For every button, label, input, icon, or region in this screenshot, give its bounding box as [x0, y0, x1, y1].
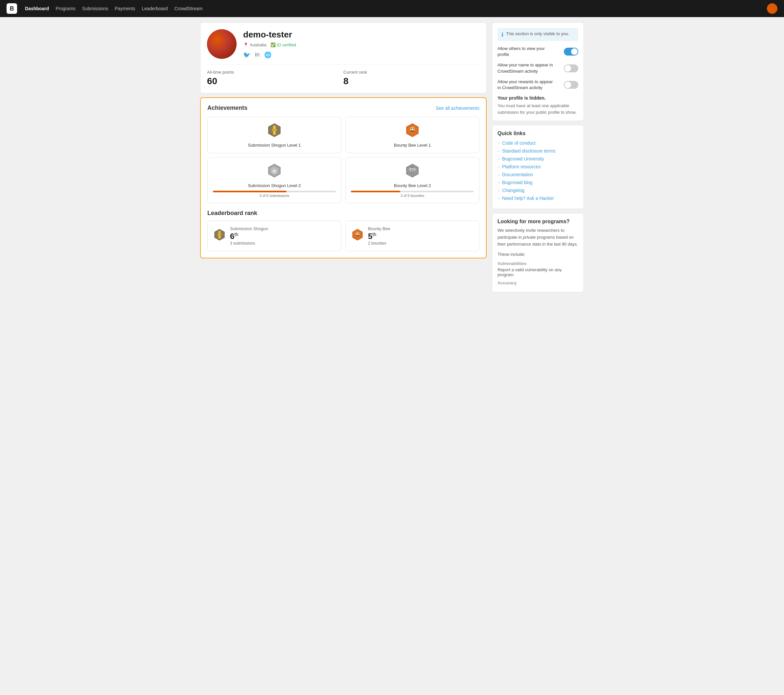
profile-card: demo-tester 📍 Australia ✅ ID verified 🐦 — [200, 22, 487, 93]
bee-l2-progress: 2 of 5 bounties — [351, 191, 474, 198]
programs-description: We selectively invite researchers to par… — [497, 227, 578, 248]
bee-l1-label: Bounty Bee Level 1 — [394, 143, 431, 148]
achievements-card: Achievements See all achievements Submis… — [200, 97, 487, 258]
nav-programs[interactable]: Programs — [56, 6, 76, 11]
toggle-crowdstream-rewards: Allow your rewards to appear in CrowdStr… — [497, 79, 578, 91]
stat-current-rank: Current rank 8 — [343, 70, 480, 86]
leaderboard-section: Leaderboard rank Submission Shogun — [208, 210, 479, 251]
nav-submissions[interactable]: Submissions — [82, 6, 108, 11]
shogun-l2-progress: 3 of 5 submissions — [213, 191, 336, 198]
shogun-l1-label: Submission Shogun Level 1 — [248, 143, 301, 148]
svg-point-6 — [411, 128, 412, 129]
svg-point-30 — [356, 233, 357, 234]
shogun-l1-icon — [267, 122, 282, 140]
quick-links-card: Quick links Code of conduct Standard dis… — [492, 125, 584, 209]
lb-shogun-icon — [213, 228, 226, 244]
lb-bee-rank: 5th — [368, 232, 390, 241]
programs-title: Looking for more programs? — [497, 219, 578, 225]
info-banner: ℹ This section is only visible to you. — [497, 28, 578, 41]
twitter-icon[interactable]: 🐦 — [243, 51, 250, 58]
quick-link-bugcrowd-university: Bugcrowd University — [497, 156, 578, 162]
navbar-links: Dashboard Programs Submissions Payments … — [25, 6, 203, 11]
hidden-notice: Your profile is hidden. — [497, 95, 578, 101]
toggle-view-profile-switch[interactable] — [564, 48, 578, 56]
achievement-bounty-bee-l2: Bounty Bee Level 2 2 of 5 bounties — [345, 157, 479, 203]
quick-link-documentation: Documentation — [497, 172, 578, 177]
quick-link-changelog: Changelog — [497, 188, 578, 193]
svg-point-5 — [410, 127, 414, 130]
toggle-knob-2 — [565, 65, 571, 72]
globe-icon[interactable]: 🌐 — [264, 51, 272, 58]
lb-bee-info: Bounty Bee 5th 2 bounties — [368, 226, 390, 246]
achievements-title: Achievements — [208, 104, 247, 111]
navbar: B Dashboard Programs Submissions Payment… — [0, 0, 784, 17]
programs-include: These include: — [497, 251, 578, 258]
leaderboard-grid: Submission Shogun 6th 3 submissions — [208, 221, 479, 251]
svg-point-21 — [413, 170, 414, 171]
lb-submission-shogun: Submission Shogun 6th 3 submissions — [208, 221, 341, 251]
quick-link-bugcrowd-blog: Bugcrowd blog — [497, 180, 578, 185]
programs-card: Looking for more programs? We selectivel… — [492, 213, 584, 292]
see-all-achievements[interactable]: See all achievements — [436, 106, 479, 111]
leaderboard-title: Leaderboard rank — [208, 210, 479, 217]
toggle-allow-view-profile: Allow others to view your profile — [497, 46, 578, 58]
profile-verified: ✅ ID verified — [270, 43, 296, 47]
verified-icon: ✅ — [270, 43, 276, 47]
programs-accuracy-title: Accuracy — [497, 281, 578, 286]
lb-shogun-rank: 6th — [230, 232, 268, 241]
svg-point-29 — [356, 233, 359, 235]
profile-meta: 📍 Australia ✅ ID verified — [243, 43, 480, 47]
lb-bee-icon — [351, 228, 364, 244]
svg-point-20 — [411, 170, 412, 171]
quick-link-platform-resources: Platform resources — [497, 164, 578, 169]
programs-vuln-desc: Report a valid vulnerability on any prog… — [497, 267, 578, 277]
nav-dashboard[interactable]: Dashboard — [25, 6, 49, 11]
profile-social: 🐦 in 🌐 — [243, 51, 480, 58]
hidden-sub: You must have at least one applicable su… — [497, 102, 578, 116]
sidebar-column: ℹ This section is only visible to you. A… — [492, 22, 584, 292]
shogun-l2-label: Submission Shogun Level 2 — [248, 183, 301, 188]
profile-stats: All-time points 60 Current rank 8 — [207, 64, 480, 86]
profile-top: demo-tester 📍 Australia ✅ ID verified 🐦 — [207, 29, 480, 64]
achievement-submission-shogun-l1: Submission Shogun Level 1 — [208, 117, 341, 153]
svg-rect-2 — [272, 129, 277, 131]
toggle-crowdstream-name-switch[interactable] — [564, 64, 578, 72]
page-layout: demo-tester 📍 Australia ✅ ID verified 🐦 — [195, 17, 589, 297]
visibility-card: ℹ This section is only visible to you. A… — [492, 22, 584, 121]
nav-crowdstream[interactable]: CrowdStream — [175, 6, 203, 11]
svg-rect-26 — [217, 233, 221, 235]
bee-l2-progress-text: 2 of 5 bounties — [351, 194, 474, 198]
achievement-bounty-bee-l1: Bounty Bee Level 1 — [345, 117, 479, 153]
linkedin-icon[interactable]: in — [255, 51, 260, 58]
toggle-crowdstream-rewards-switch[interactable] — [564, 81, 578, 89]
achievement-submission-shogun-l2: Submission Shogun Level 2 3 of 5 submiss… — [208, 157, 341, 203]
main-column: demo-tester 📍 Australia ✅ ID verified 🐦 — [200, 22, 487, 292]
quick-link-ask-hacker: Need help? Ask a Hacker — [497, 196, 578, 201]
shogun-l2-progress-text: 3 of 5 submissions — [213, 194, 336, 198]
toggle-knob-3 — [565, 81, 571, 88]
quick-link-disclosure-terms: Standard disclosure terms — [497, 148, 578, 154]
profile-location: 📍 Australia — [243, 43, 267, 47]
toggle-crowdstream-name: Allow your name to appear in CrowdStream… — [497, 62, 578, 74]
toggle-knob — [571, 48, 578, 55]
bee-l2-label: Bounty Bee Level 2 — [394, 183, 431, 188]
achievements-grid: Submission Shogun Level 1 — [208, 117, 479, 203]
navbar-logo[interactable]: B — [7, 3, 17, 14]
achievements-header: Achievements See all achievements — [208, 104, 479, 111]
quick-links-title: Quick links — [497, 130, 578, 137]
avatar-image — [207, 29, 237, 59]
nav-leaderboard[interactable]: Leaderboard — [142, 6, 168, 11]
profile-username: demo-tester — [243, 30, 480, 40]
location-icon: 📍 — [243, 43, 249, 47]
shogun-l2-icon — [267, 163, 282, 180]
profile-avatar — [207, 29, 237, 59]
navbar-avatar[interactable] — [767, 3, 777, 14]
profile-info: demo-tester 📍 Australia ✅ ID verified 🐦 — [243, 30, 480, 58]
svg-point-7 — [413, 128, 414, 129]
bee-l2-icon — [405, 163, 420, 180]
svg-point-31 — [358, 233, 359, 234]
lb-shogun-info: Submission Shogun 6th 3 submissions — [230, 226, 268, 246]
lb-bounty-bee: Bounty Bee 5th 2 bounties — [345, 221, 479, 251]
nav-payments[interactable]: Payments — [115, 6, 135, 11]
quick-links-list: Code of conduct Standard disclosure term… — [497, 140, 578, 201]
